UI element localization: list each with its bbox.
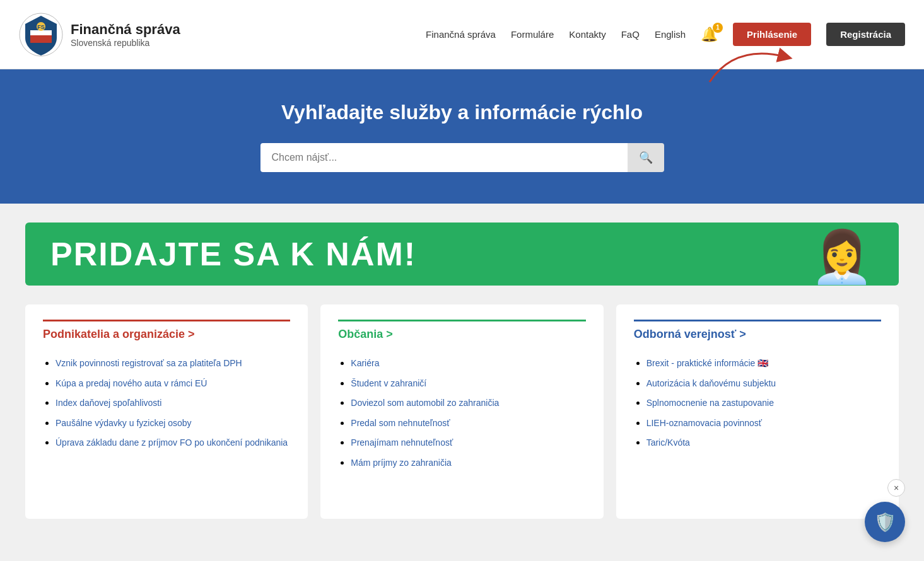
logo-text: Finančná správa Slovenská republika (71, 21, 180, 48)
banner-figure-icon: 👩‍💼 (810, 232, 874, 282)
card-obcania-list: Kariéra Študent v zahraničí Doviezol som… (338, 357, 585, 470)
login-button[interactable]: Prihlásenie (733, 23, 811, 46)
link-nehnutelnost-predal[interactable]: Predal som nehnuteľnosť (351, 418, 450, 428)
link-uprava[interactable]: Úprava základu dane z príjmov FO po ukon… (56, 437, 288, 448)
card-odborna: Odborná verejnosť > Brexit - praktické i… (616, 304, 899, 519)
link-automobil[interactable]: Doviezol som automobil zo zahraničia (351, 398, 499, 408)
list-item: Študent v zahraničí (351, 378, 585, 390)
card-podnikatelia-header[interactable]: Podnikatelia a organizácie > (43, 320, 290, 345)
card-podnikatelia-list: Vznik povinnosti registrovať sa za plati… (43, 357, 290, 449)
link-dph[interactable]: Vznik povinnosti registrovať sa za plati… (56, 358, 242, 368)
list-item: LIEH-oznamovacia povinnosť (646, 417, 881, 430)
card-obcania: Občania > Kariéra Študent v zahraničí Do… (320, 304, 603, 519)
nav-formulare[interactable]: Formuláre (511, 29, 554, 40)
notification-bell[interactable]: 🔔 1 (701, 26, 718, 43)
list-item: Brexit - praktické informácie 🇬🇧 (646, 357, 881, 370)
link-prijmy[interactable]: Mám príjmy zo zahraničia (351, 458, 452, 468)
nav-kontakty[interactable]: Kontakty (569, 29, 605, 40)
svg-text:FS: FS (37, 24, 45, 30)
list-item: Predal som nehnuteľnosť (351, 417, 585, 430)
search-button[interactable]: 🔍 (628, 143, 664, 172)
hero-section: Vyhľadajte služby a informácie rýchlo 🔍 (0, 69, 924, 204)
link-kariera[interactable]: Kariéra (351, 358, 379, 368)
search-bar: 🔍 (260, 143, 664, 172)
list-item: Doviezol som automobil zo zahraničia (351, 397, 585, 410)
card-obcania-header[interactable]: Občania > (338, 320, 585, 345)
nav-financna-sprava[interactable]: Finančná správa (426, 29, 496, 40)
logo-area: FS Finančná správa Slovenská republika (19, 13, 180, 57)
chat-bubble-button[interactable]: 🛡️ (865, 502, 905, 538)
logo-title: Finančná správa (71, 21, 180, 38)
search-input[interactable] (260, 143, 628, 172)
link-autorizacia[interactable]: Autorizácia k daňovému subjektu (646, 378, 776, 388)
list-item: Splnomocnenie na zastupovanie (646, 397, 881, 410)
list-item: Autorizácia k daňovému subjektu (646, 378, 881, 390)
chat-widget: × 🛡️ (865, 479, 905, 538)
list-item: Index daňovej spoľahlivosti (56, 397, 290, 410)
notification-badge: 1 (713, 23, 723, 33)
list-item: Prenajímam nehnuteľnosť (351, 437, 585, 449)
list-item: Kúpa a predaj nového auta v rámci EÚ (56, 378, 290, 390)
link-prenajimam[interactable]: Prenajímam nehnuteľnosť (351, 437, 453, 448)
register-button[interactable]: Registrácia (826, 23, 905, 46)
list-item: Úprava základu dane z príjmov FO po ukon… (56, 437, 290, 449)
logo-shield-icon: FS (19, 13, 63, 57)
link-splnomocnenie[interactable]: Splnomocnenie na zastupovanie (646, 398, 774, 408)
list-item: Kariéra (351, 357, 585, 370)
banner-text: PRIDAJTE SA K NÁM! (50, 235, 416, 273)
list-item: Paušálne výdavky u fyzickej osoby (56, 417, 290, 430)
nav-faq[interactable]: FaQ (621, 29, 640, 40)
logo-subtitle: Slovenská republika (71, 38, 180, 48)
list-item: Taric/Kvóta (646, 437, 881, 449)
svg-rect-2 (30, 30, 52, 35)
main-content: PRIDAJTE SA K NÁM! 👩‍💼 Podnikatelia a or… (0, 204, 924, 538)
hero-title: Vyhľadajte služby a informácie rýchlo (281, 101, 643, 124)
card-odborna-header[interactable]: Odborná verejnosť > (634, 320, 881, 345)
cards-row: Podnikatelia a organizácie > Vznik povin… (25, 304, 899, 519)
header: FS Finančná správa Slovenská republika F… (0, 0, 924, 69)
promo-banner[interactable]: PRIDAJTE SA K NÁM! 👩‍💼 (25, 223, 899, 286)
chat-close-button[interactable]: × (887, 479, 905, 497)
card-podnikatelia: Podnikatelia a organizácie > Vznik povin… (25, 304, 308, 519)
list-item: Mám príjmy zo zahraničia (351, 457, 585, 470)
card-odborna-list: Brexit - praktické informácie 🇬🇧 Autoriz… (634, 357, 881, 449)
link-student[interactable]: Študent v zahraničí (351, 378, 426, 388)
main-nav: Finančná správa Formuláre Kontakty FaQ E… (426, 23, 905, 46)
list-item: Vznik povinnosti registrovať sa za plati… (56, 357, 290, 370)
link-pausalne[interactable]: Paušálne výdavky u fyzickej osoby (56, 418, 192, 428)
link-taric[interactable]: Taric/Kvóta (646, 437, 690, 448)
nav-english[interactable]: English (655, 29, 686, 40)
link-index[interactable]: Index daňovej spoľahlivosti (56, 398, 161, 408)
link-brexit[interactable]: Brexit - praktické informácie 🇬🇧 (646, 358, 769, 368)
link-lieh[interactable]: LIEH-oznamovacia povinnosť (646, 418, 762, 428)
link-auto[interactable]: Kúpa a predaj nového auta v rámci EÚ (56, 378, 207, 388)
chat-shield-icon: 🛡️ (874, 512, 896, 533)
